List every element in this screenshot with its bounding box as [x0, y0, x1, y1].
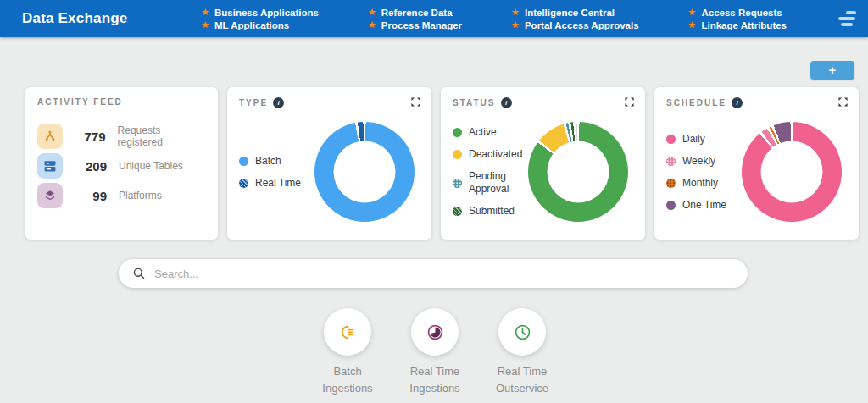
- star-icon: ★: [688, 20, 697, 30]
- nav-item-reference-data[interactable]: ★ Reference Data: [368, 8, 462, 18]
- star-icon: ★: [688, 8, 697, 17]
- expand-icon[interactable]: [410, 97, 421, 108]
- menu-bar: [841, 23, 853, 26]
- main-nav: ★ Business Applications ★ ML Application…: [201, 8, 787, 30]
- feed-value: 99: [63, 189, 107, 203]
- action-label: Real Time Outservice: [483, 363, 561, 397]
- legend-item[interactable]: Real Time: [239, 177, 314, 190]
- star-icon: ★: [368, 8, 376, 17]
- legend-item[interactable]: Deactivated: [453, 148, 527, 161]
- legend-swatch: [666, 157, 676, 166]
- star-icon: ★: [201, 8, 209, 17]
- legend-label: Batch: [255, 155, 281, 168]
- card-title: STATUS: [453, 98, 496, 108]
- feed-row-platforms: 99 Platforms: [37, 183, 206, 208]
- donut-hole: [761, 141, 823, 203]
- chart-legend: Batch Real Time: [239, 155, 314, 190]
- app-title: Data Exchange: [22, 10, 127, 27]
- legend-item[interactable]: Weekly: [666, 155, 741, 168]
- status-donut-chart[interactable]: [528, 122, 628, 222]
- action-label: Batch Ingestions: [309, 363, 387, 397]
- feed-label: Requests registered: [118, 124, 206, 148]
- feed-row-tables: 209 Unique Tables: [37, 153, 206, 179]
- legend-item[interactable]: Batch: [239, 155, 314, 168]
- star-icon: ★: [511, 20, 520, 30]
- chart-legend: Daily Weekly Monthly One Time: [666, 133, 741, 212]
- legend-item[interactable]: Daily: [666, 133, 741, 146]
- star-icon: ★: [368, 20, 376, 30]
- info-icon[interactable]: i: [732, 97, 743, 108]
- legend-item[interactable]: One Time: [666, 199, 741, 212]
- menu-bar: [838, 17, 855, 20]
- legend-item[interactable]: Active: [453, 126, 527, 139]
- realtime-outservice-icon[interactable]: [498, 308, 546, 356]
- menu-icon[interactable]: [837, 11, 856, 26]
- expand-icon[interactable]: [837, 97, 849, 108]
- chart-legend: Active Deactivated Pending Approval Subm…: [453, 126, 527, 218]
- dashboard-cards: ACTIVITY FEED 779 Requests registered: [25, 87, 859, 240]
- legend-swatch: [453, 128, 462, 137]
- nav-item-linkage-attributes[interactable]: ★ Linkage Attributes: [688, 20, 787, 30]
- legend-swatch: [666, 179, 676, 188]
- activity-feed-card: ACTIVITY FEED 779 Requests registered: [25, 87, 218, 240]
- star-icon: ★: [201, 20, 209, 30]
- legend-swatch: [453, 207, 462, 216]
- menu-bar: [846, 11, 856, 14]
- type-chart-card: TYPE i Batch Real Time: [227, 87, 431, 240]
- realtime-ingestions-icon[interactable]: [411, 308, 459, 356]
- nav-column: ★ Access Requests ★ Linkage Attributes: [688, 8, 787, 30]
- legend-label: Monthly: [682, 177, 718, 190]
- donut-hole: [548, 141, 609, 203]
- feed-value: 209: [63, 159, 107, 174]
- status-chart-card: STATUS i Active Deactivated Pending Appr…: [441, 87, 645, 240]
- search-input[interactable]: [154, 268, 734, 280]
- legend-label: Pending Approval: [469, 170, 527, 196]
- legend-item[interactable]: Pending Approval: [453, 170, 527, 196]
- search-icon: [132, 267, 146, 280]
- star-icon: ★: [511, 8, 520, 17]
- legend-label: Submitted: [469, 205, 515, 218]
- nav-item-process-manager[interactable]: ★ Process Manager: [368, 20, 462, 30]
- realtime-ingestions-button[interactable]: Real Time Ingestions: [388, 308, 481, 397]
- legend-swatch: [453, 150, 462, 159]
- schedule-chart-card: SCHEDULE i Daily Weekly Monthly One Time: [654, 87, 859, 240]
- legend-label: Weekly: [682, 155, 715, 168]
- info-icon[interactable]: i: [501, 97, 512, 108]
- legend-item[interactable]: Submitted: [453, 205, 527, 218]
- search-bar: [119, 259, 748, 288]
- donut-hole: [334, 141, 396, 203]
- nav-item-ml-applications[interactable]: ★ ML Applications: [201, 20, 319, 30]
- batch-ingestions-button[interactable]: Batch Ingestions: [301, 308, 394, 397]
- add-button[interactable]: +: [810, 61, 854, 80]
- legend-item[interactable]: Monthly: [666, 177, 741, 190]
- nav-item-portal-access-approvals[interactable]: ★ Portal Access Approvals: [511, 20, 639, 30]
- branch-icon: [37, 124, 63, 149]
- legend-label: Real Time: [255, 177, 301, 190]
- app-header: Data Exchange ★ Business Applications ★ …: [0, 0, 868, 37]
- legend-swatch: [666, 201, 676, 210]
- feed-row-requests: 779 Requests registered: [37, 124, 206, 149]
- nav-column: ★ Reference Data ★ Process Manager: [368, 8, 462, 30]
- legend-swatch: [239, 179, 248, 188]
- action-label: Real Time Ingestions: [396, 363, 474, 397]
- nav-column: ★ Intelligence Central ★ Portal Access A…: [511, 8, 639, 30]
- batch-ingestions-icon[interactable]: [324, 308, 371, 356]
- expand-icon[interactable]: [624, 97, 635, 108]
- legend-label: One Time: [682, 199, 726, 212]
- card-title: TYPE: [239, 98, 268, 108]
- legend-swatch: [453, 179, 462, 188]
- realtime-outservice-button[interactable]: Real Time Outservice: [476, 308, 569, 397]
- legend-swatch: [666, 135, 676, 144]
- feed-value: 779: [63, 130, 106, 144]
- card-title: ACTIVITY FEED: [37, 97, 123, 107]
- card-title: SCHEDULE: [666, 98, 726, 108]
- nav-item-business-applications[interactable]: ★ Business Applications: [201, 8, 319, 18]
- schedule-donut-chart[interactable]: [742, 122, 842, 222]
- legend-label: Daily: [682, 133, 705, 146]
- nav-item-access-requests[interactable]: ★ Access Requests: [688, 8, 787, 18]
- legend-swatch: [239, 157, 248, 166]
- type-donut-chart[interactable]: [314, 122, 415, 222]
- feed-label: Platforms: [119, 190, 162, 202]
- nav-item-intelligence-central[interactable]: ★ Intelligence Central: [511, 8, 639, 18]
- info-icon[interactable]: i: [273, 97, 284, 108]
